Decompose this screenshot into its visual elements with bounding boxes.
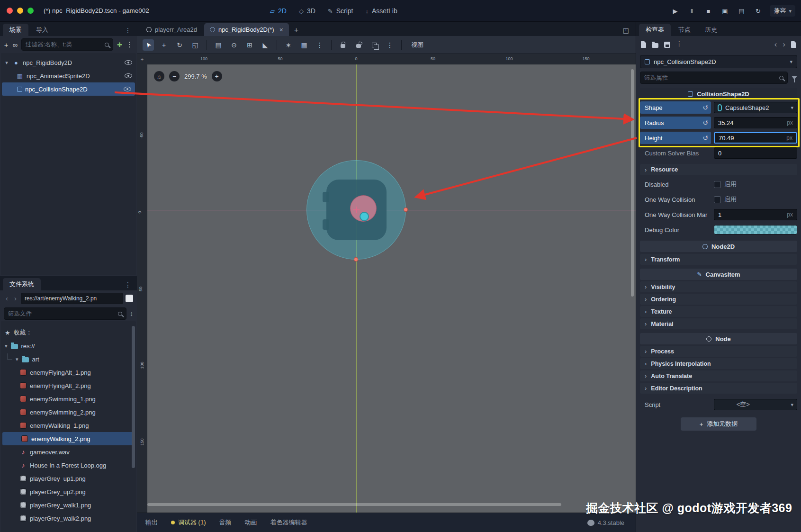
- nav-forward-icon[interactable]: ›: [12, 294, 18, 302]
- folder-art[interactable]: ▾ art: [1, 352, 136, 366]
- scene-filter-input[interactable]: [26, 41, 102, 48]
- file-item[interactable]: enemyFlyingAlt_2.png: [1, 379, 136, 392]
- close-window-button[interactable]: [7, 8, 13, 14]
- owcm-property-label-cell[interactable]: One Way Collision Mar: [640, 208, 711, 221]
- remote-debug-icon[interactable]: ▤: [737, 8, 746, 15]
- group-material[interactable]: ›Material: [640, 318, 797, 329]
- group-visibility[interactable]: ›Visibility: [640, 281, 797, 292]
- 2d-canvas[interactable]: ☼ − 299.7 % +: [147, 64, 636, 513]
- open-docs-icon[interactable]: [791, 41, 796, 48]
- new-scene-tab-button[interactable]: +: [290, 26, 302, 36]
- zoom-out-icon[interactable]: −: [169, 71, 180, 81]
- animation-panel-button[interactable]: 动画: [245, 518, 257, 527]
- pivot-tool-icon[interactable]: ⊙: [228, 39, 240, 51]
- radius-handle[interactable]: [404, 207, 408, 212]
- group-process[interactable]: ›Process: [640, 346, 797, 357]
- maximize-window-button[interactable]: [27, 8, 34, 14]
- tab-filesystem[interactable]: 文件系统: [3, 278, 41, 290]
- group-editor-description[interactable]: ›Editor Description: [640, 383, 797, 394]
- height-handle[interactable]: [354, 257, 358, 261]
- solver-value-field[interactable]: 0: [714, 147, 797, 159]
- group-ordering[interactable]: ›Ordering: [640, 294, 797, 305]
- renderer-dropdown[interactable]: 兼容 ▾: [770, 5, 795, 17]
- mode-3d-button[interactable]: ◇3D: [299, 7, 315, 15]
- history-forward-icon[interactable]: ›: [783, 40, 785, 49]
- tab-node[interactable]: 节点: [672, 24, 697, 36]
- output-panel-button[interactable]: 输出: [145, 518, 158, 527]
- file-item[interactable]: playerGrey_walk1.png: [1, 498, 136, 512]
- new-resource-icon[interactable]: [641, 41, 646, 48]
- save-resource-icon[interactable]: [664, 42, 670, 48]
- tab-history[interactable]: 历史: [698, 24, 724, 36]
- solver-property-label-cell[interactable]: Custom Solver Bias: [640, 147, 711, 159]
- file-item[interactable]: enemySwimming_1.png: [1, 392, 136, 406]
- group-icon[interactable]: [369, 39, 380, 51]
- collapse-caret-icon[interactable]: ▾: [4, 60, 9, 66]
- move-tool-icon[interactable]: +: [158, 39, 170, 51]
- visibility-eye-icon[interactable]: [125, 73, 132, 78]
- scene-node-sprite[interactable]: ▦ npc_AnimatedSprite2D: [1, 69, 136, 82]
- debug-color-swatch[interactable]: [714, 225, 797, 234]
- scene-node-collision[interactable]: npc_CollisionShape2D: [2, 82, 135, 96]
- stop-icon[interactable]: ■: [703, 8, 713, 15]
- disabled-checkbox[interactable]: [714, 181, 721, 188]
- script-property-label-cell[interactable]: Script: [640, 398, 711, 411]
- skeleton-options-icon[interactable]: ⋮: [384, 39, 396, 51]
- file-preview-thumbnail[interactable]: [126, 295, 133, 302]
- mode-assetlib-button[interactable]: ↓AssetLib: [366, 7, 397, 15]
- scene-tab-playerr-area2d[interactable]: playerr_Area2d: [141, 23, 203, 36]
- group-physics-interpolation[interactable]: ›Physics Interpolation: [640, 358, 797, 369]
- group-resource[interactable]: › Resource: [640, 164, 797, 175]
- view-menu[interactable]: 视图: [407, 41, 427, 49]
- sort-files-icon[interactable]: ↕: [130, 310, 133, 317]
- lock-icon[interactable]: [337, 39, 349, 51]
- nav-back-icon[interactable]: ‹: [4, 294, 10, 302]
- scene-tree-options-icon[interactable]: ⋮: [126, 40, 133, 49]
- file-item[interactable]: playerGrey_walk2.png: [1, 512, 136, 525]
- collapse-caret-icon[interactable]: ▾: [16, 356, 18, 362]
- file-item[interactable]: enemySwimming_2.png: [1, 406, 136, 419]
- debug-color-property-label-cell[interactable]: Debug Color: [640, 224, 711, 236]
- current-path-field[interactable]: [25, 295, 119, 302]
- section-node2d[interactable]: Node2D: [640, 241, 797, 252]
- section-node[interactable]: Node: [640, 333, 797, 344]
- selection-list-icon[interactable]: ▤: [213, 39, 224, 51]
- close-icon[interactable]: ×: [279, 26, 283, 34]
- section-canvasitem[interactable]: ✎ CanvasItem: [640, 269, 797, 280]
- property-filter-input[interactable]: [644, 74, 776, 81]
- file-item[interactable]: playerGrey_up1.png: [1, 472, 136, 485]
- movie-writer-icon[interactable]: ▣: [720, 8, 729, 15]
- history-back-icon[interactable]: ‹: [774, 40, 777, 49]
- owcm-value-field[interactable]: 1 px: [714, 209, 797, 220]
- pause-icon[interactable]: ‖: [687, 8, 696, 15]
- shader-editor-panel-button[interactable]: 着色器编辑器: [270, 518, 307, 527]
- load-resource-icon[interactable]: [652, 43, 658, 48]
- file-item[interactable]: ♪gameover.wav: [1, 445, 136, 459]
- visibility-eye-icon[interactable]: [125, 60, 132, 65]
- ruler-tool-icon[interactable]: ◣: [260, 39, 271, 51]
- owc-property-label-cell[interactable]: One Way Collision: [640, 193, 711, 206]
- minimize-window-button[interactable]: [17, 8, 23, 14]
- tab-import[interactable]: 导入: [29, 24, 55, 36]
- zoom-level[interactable]: 299.7 %: [184, 73, 207, 80]
- canvas-vertical-scrollbar[interactable]: [631, 69, 634, 297]
- debugger-panel-button[interactable]: 调试器 (1): [171, 518, 206, 527]
- pan-tool-icon[interactable]: ⊞: [244, 39, 255, 51]
- unlock-icon[interactable]: [353, 39, 364, 51]
- attach-script-icon[interactable]: ✚: [117, 41, 122, 48]
- add-node-icon[interactable]: +: [4, 41, 9, 49]
- instantiate-scene-icon[interactable]: ∞: [12, 41, 18, 49]
- one-way-collision-checkbox[interactable]: [714, 196, 721, 203]
- disabled-property-label-cell[interactable]: Disabled: [640, 178, 711, 190]
- smart-snap-icon[interactable]: ∗: [283, 39, 294, 51]
- mode-2d-button[interactable]: ▱2D: [270, 7, 287, 15]
- file-item[interactable]: playerGrey_up2.png: [1, 485, 136, 498]
- dock-options-icon[interactable]: ⋮: [125, 27, 134, 36]
- group-texture[interactable]: ›Texture: [640, 306, 797, 317]
- filesystem-scrollbar[interactable]: [132, 326, 135, 468]
- dock-options-icon[interactable]: ⋮: [125, 281, 134, 290]
- property-filter-icon[interactable]: [792, 76, 797, 80]
- canvas-horizontal-scrollbar[interactable]: [147, 503, 561, 506]
- file-item[interactable]: enemyFlyingAlt_1.png: [1, 366, 136, 379]
- play-icon[interactable]: ▶: [670, 8, 680, 15]
